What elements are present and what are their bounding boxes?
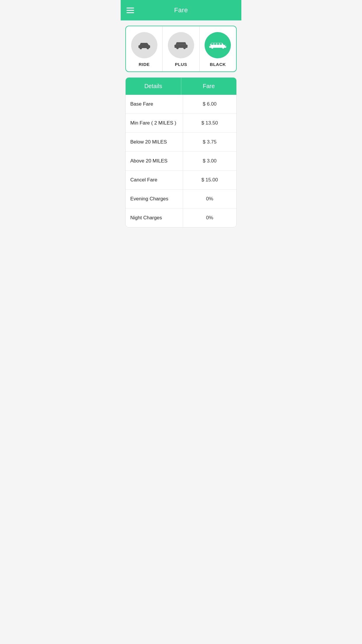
fare-table-body: Base Fare$ 6.00Min Fare ( 2 MILES )$ 13.… (126, 95, 236, 227)
table-row: Cancel Fare$ 15.00 (126, 171, 236, 190)
svg-rect-8 (177, 43, 180, 45)
table-row: Base Fare$ 6.00 (126, 95, 236, 114)
table-row: Evening Charges0% (126, 190, 236, 209)
page-title: Fare (174, 6, 188, 14)
svg-rect-10 (175, 45, 176, 46)
svg-point-13 (212, 47, 213, 49)
svg-rect-20 (225, 45, 226, 46)
fare-cell: $ 13.50 (183, 114, 237, 132)
fare-table-header: Details Fare (126, 78, 236, 95)
col-details-header: Details (126, 78, 181, 95)
vehicle-option-ride[interactable]: RIDE (126, 26, 163, 71)
svg-rect-15 (211, 43, 214, 45)
vehicle-label-ride: RIDE (139, 62, 150, 67)
vehicle-option-plus[interactable]: PLUS (163, 26, 199, 71)
fare-cell: 0% (183, 209, 237, 227)
sedan-icon (137, 41, 152, 49)
vehicle-option-black[interactable]: BLACK (200, 26, 236, 71)
detail-cell: Min Fare ( 2 MILES ) (126, 114, 183, 132)
svg-rect-3 (141, 43, 144, 45)
limo-icon (209, 41, 227, 49)
fare-cell: $ 3.75 (183, 133, 237, 151)
table-row: Night Charges0% (126, 209, 236, 227)
detail-cell: Night Charges (126, 209, 183, 227)
fare-cell: $ 6.00 (183, 95, 237, 113)
svg-rect-9 (181, 43, 183, 45)
svg-rect-16 (214, 43, 217, 45)
svg-rect-17 (217, 43, 219, 45)
fare-cell: 0% (183, 190, 237, 208)
vehicle-label-black: BLACK (210, 62, 226, 67)
svg-rect-18 (220, 43, 222, 45)
vehicle-label-plus: PLUS (175, 62, 187, 67)
table-row: Min Fare ( 2 MILES )$ 13.50 (126, 114, 236, 133)
table-row: Below 20 MILES$ 3.75 (126, 133, 236, 152)
app-header: Fare (121, 0, 241, 20)
detail-cell: Below 20 MILES (126, 133, 183, 151)
detail-cell: Cancel Fare (126, 171, 183, 189)
vehicle-circle-black (205, 32, 231, 58)
svg-point-1 (140, 47, 142, 49)
svg-rect-19 (209, 45, 210, 46)
detail-cell: Evening Charges (126, 190, 183, 208)
fare-cell: $ 15.00 (183, 171, 237, 189)
table-row: Above 20 MILES$ 3.00 (126, 152, 236, 171)
svg-point-6 (176, 47, 179, 49)
suv-icon (173, 41, 189, 49)
vehicle-circle-ride (131, 32, 157, 58)
fare-table: Details Fare Base Fare$ 6.00Min Fare ( 2… (125, 77, 237, 228)
svg-rect-11 (186, 45, 188, 46)
detail-cell: Above 20 MILES (126, 152, 183, 170)
menu-button[interactable] (126, 8, 134, 13)
svg-rect-4 (144, 43, 147, 45)
col-fare-header: Fare (181, 78, 237, 95)
detail-cell: Base Fare (126, 95, 183, 113)
vehicle-selector: RIDE PLUS (125, 26, 237, 72)
svg-point-7 (183, 47, 186, 49)
svg-point-2 (147, 47, 149, 49)
fare-cell: $ 3.00 (183, 152, 237, 170)
vehicle-circle-plus (168, 32, 194, 58)
svg-point-14 (222, 47, 224, 49)
